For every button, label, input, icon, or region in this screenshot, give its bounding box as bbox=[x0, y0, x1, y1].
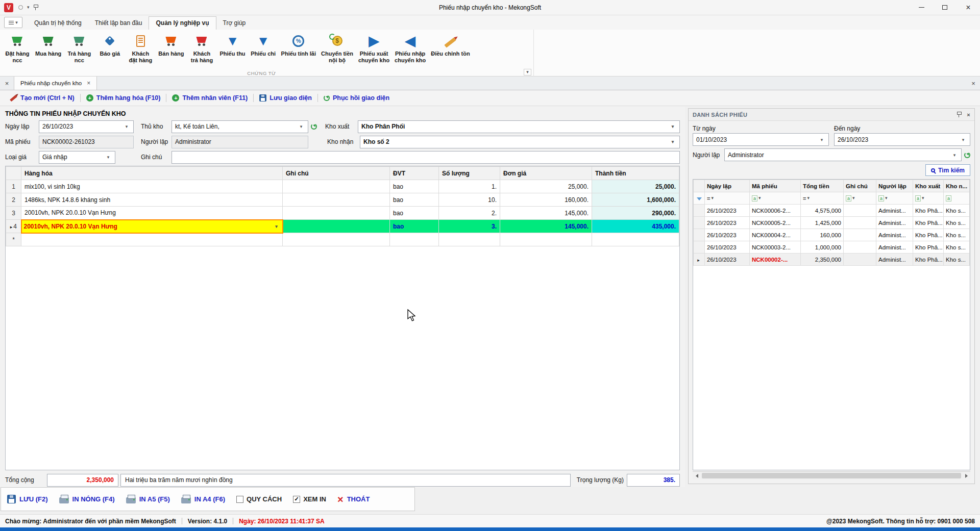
column-header-ghi-chu[interactable]: Ghi chú bbox=[844, 180, 876, 192]
cell-note[interactable] bbox=[844, 241, 876, 254]
checkbox-checked-icon[interactable]: ✓ bbox=[293, 496, 300, 503]
ribbon-item-dieu-chinh-ton[interactable]: Điều chỉnh tồn bbox=[428, 31, 472, 58]
cell-creator[interactable]: Administ... bbox=[876, 254, 913, 266]
column-header-so-luong[interactable]: Số lượng bbox=[439, 167, 500, 180]
cell-qty[interactable]: 10. bbox=[439, 193, 500, 207]
chevron-down-icon[interactable] bbox=[123, 124, 130, 129]
tu-ngay-field[interactable]: 01/10/2023 bbox=[693, 133, 829, 146]
chevron-down-icon[interactable] bbox=[669, 124, 676, 129]
cell-to[interactable]: Kho s... bbox=[944, 241, 970, 254]
ribbon-item-mua-hang[interactable]: Mua hàng bbox=[33, 31, 64, 58]
column-header-kho-nhan[interactable]: Kho n... bbox=[944, 180, 970, 192]
thu-kho-field[interactable]: kt, Kế toán Liên, bbox=[172, 120, 308, 133]
ngay-lap-field[interactable]: 26/10/2023 bbox=[39, 120, 134, 133]
xem-in-checkbox[interactable]: ✓XEM IN bbox=[293, 495, 326, 503]
add-item-button[interactable]: Thêm hàng hóa (F10) bbox=[81, 94, 166, 102]
close-icon[interactable]: × bbox=[967, 112, 970, 118]
cell-date[interactable]: 26/10/2023 bbox=[705, 205, 750, 217]
chevron-down-icon[interactable] bbox=[105, 155, 112, 160]
cell-from[interactable]: Kho Phâ... bbox=[913, 217, 944, 229]
column-header-nguoi-lap[interactable]: Người lập bbox=[876, 180, 913, 192]
cell-unit[interactable]: bao bbox=[390, 193, 439, 207]
filter-code[interactable]: a bbox=[750, 192, 801, 205]
cell-to[interactable]: Kho s... bbox=[944, 217, 970, 229]
cell-creator[interactable]: Administ... bbox=[876, 229, 913, 241]
ribbon-item-ban-hang[interactable]: Bán hàng bbox=[156, 31, 186, 58]
ribbon-item-phieu-chi[interactable]: ▼ Phiếu chi bbox=[248, 31, 279, 58]
cell-code[interactable]: NCK00005-2... bbox=[750, 217, 801, 229]
ribbon-item-dat-hang-ncc[interactable]: Đặt hàng ncc bbox=[2, 31, 33, 64]
cell-to[interactable]: Kho s... bbox=[944, 205, 970, 217]
cell-code[interactable]: NCK00006-2... bbox=[750, 205, 801, 217]
cell-item[interactable]: 1486ks, NPK 14.8.6 kháng sinh bbox=[21, 193, 283, 207]
checkbox-unchecked-icon[interactable] bbox=[236, 496, 243, 503]
kho-nhan-field[interactable]: Kho số 2 bbox=[360, 136, 680, 148]
cell-total[interactable]: 160,000 bbox=[801, 229, 844, 241]
cell-unit[interactable]: bao bbox=[390, 207, 439, 220]
cell-total[interactable]: 435,000. bbox=[592, 220, 679, 233]
ribbon-item-khach-dat-hang[interactable]: Khách đặt hàng bbox=[125, 31, 156, 64]
ribbon-tab-thiet-lap-ban-dau[interactable]: Thiết lập ban đầu bbox=[88, 17, 149, 30]
cell-creator[interactable]: Administ... bbox=[876, 241, 913, 254]
cell-date[interactable]: 26/10/2023 bbox=[705, 241, 750, 254]
ribbon-item-chuyen-tien-noi-bo[interactable]: Chuyển tiền nội bộ bbox=[318, 31, 356, 64]
cell-to[interactable]: Kho s... bbox=[944, 254, 970, 266]
cell-unit[interactable]: bao bbox=[390, 220, 439, 233]
cell-note[interactable] bbox=[283, 193, 390, 207]
cell-qty[interactable]: 3. bbox=[439, 220, 500, 233]
cell-total[interactable] bbox=[592, 233, 679, 246]
cell-from[interactable]: Kho Phâ... bbox=[913, 241, 944, 254]
save-layout-button[interactable]: Lưu giao diện bbox=[254, 94, 317, 102]
cell-to[interactable]: Kho s... bbox=[944, 229, 970, 241]
cell-note[interactable] bbox=[283, 220, 390, 233]
cell-price[interactable]: 25,000. bbox=[500, 180, 592, 193]
cell-total[interactable]: 1,000,000 bbox=[801, 241, 844, 254]
cell-qty[interactable]: 1. bbox=[439, 180, 500, 193]
ribbon-item-khach-tra-hang[interactable]: Khách trả hàng bbox=[186, 31, 217, 64]
cell-code[interactable]: NCK00003-2... bbox=[750, 241, 801, 254]
list-item[interactable]: 26/10/2023 NCK00006-2... 4,575,000 Admin… bbox=[694, 205, 970, 217]
cell-item[interactable]: mix100, vi sinh 10kg bbox=[21, 180, 283, 193]
ribbon-item-phieu-xuat-chuyen-kho[interactable]: ▶ Phiếu xuất chuyển kho bbox=[356, 31, 392, 64]
chevron-down-icon[interactable] bbox=[960, 137, 967, 142]
cell-total[interactable]: 1,425,000 bbox=[801, 217, 844, 229]
cell-price[interactable]: 160,000. bbox=[500, 193, 592, 207]
cell-creator[interactable]: Administ... bbox=[876, 217, 913, 229]
cell-code[interactable]: NCK00004-2... bbox=[750, 229, 801, 241]
minimize-button[interactable] bbox=[910, 0, 933, 15]
cell-total[interactable]: 2,350,000 bbox=[801, 254, 844, 266]
cell-total[interactable]: 25,000. bbox=[592, 180, 679, 193]
cell-qty[interactable] bbox=[439, 233, 500, 246]
chevron-down-icon[interactable] bbox=[818, 137, 825, 142]
close-all-tabs-button[interactable]: × bbox=[0, 77, 14, 90]
cell-date[interactable]: 26/10/2023 bbox=[705, 217, 750, 229]
exit-button[interactable]: ×THOÁT bbox=[337, 494, 370, 504]
scroll-left-button[interactable] bbox=[693, 472, 701, 479]
column-header-tong-tien[interactable]: Tổng tiền bbox=[801, 180, 844, 192]
cell-note[interactable] bbox=[844, 205, 876, 217]
ribbon-item-bao-gia[interactable]: Báo giá bbox=[94, 31, 125, 58]
close-document-button[interactable]: × bbox=[967, 77, 980, 90]
filter-total[interactable]: = bbox=[801, 192, 844, 205]
cell-creator[interactable]: Administ... bbox=[876, 205, 913, 217]
cell-unit[interactable]: bao bbox=[390, 180, 439, 193]
search-button[interactable]: Tìm kiếm bbox=[925, 164, 970, 176]
quy-cach-checkbox[interactable]: QUY CÁCH bbox=[236, 495, 282, 503]
filter-note[interactable]: a bbox=[844, 192, 876, 205]
print-hot-button[interactable]: IN NÓNG (F4) bbox=[59, 495, 115, 503]
new-button[interactable]: Tạo mới (Ctrl + N) bbox=[4, 94, 80, 102]
ribbon-item-tra-hang-ncc[interactable]: Trả hàng ncc bbox=[64, 31, 94, 64]
cell-note[interactable] bbox=[283, 180, 390, 193]
ribbon-tab-quan-ly-nghiep-vu[interactable]: Quản lý nghiệp vụ bbox=[149, 16, 216, 30]
cell-unit[interactable] bbox=[390, 233, 439, 246]
cell-qty[interactable]: 2. bbox=[439, 207, 500, 220]
restore-layout-button[interactable]: Phục hồi giao diện bbox=[318, 94, 395, 102]
ribbon-tab-quan-tri-he-thong[interactable]: Quản trị hệ thống bbox=[28, 17, 88, 30]
cell-note[interactable] bbox=[844, 254, 876, 266]
quick-access-icon[interactable] bbox=[18, 5, 23, 10]
column-header-kho-xuat[interactable]: Kho xuất bbox=[913, 180, 944, 192]
cell-from[interactable]: Kho Phâ... bbox=[913, 229, 944, 241]
cell-from[interactable]: Kho Phâ... bbox=[913, 205, 944, 217]
cell-from[interactable]: Kho Phâ... bbox=[913, 254, 944, 266]
print-a5-button[interactable]: IN A5 (F5) bbox=[126, 495, 170, 503]
